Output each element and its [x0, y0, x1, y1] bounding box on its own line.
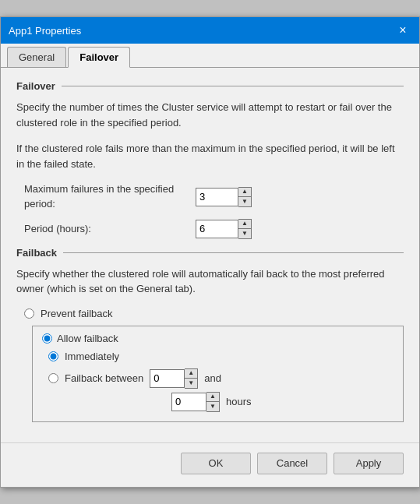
failover-description2: If the clustered role fails more than th… [16, 141, 404, 171]
ok-button[interactable]: OK [181, 453, 251, 474]
tab-bar: General Failover [1, 44, 419, 68]
close-button[interactable]: × [394, 22, 411, 39]
prevent-failback-label: Prevent failback [41, 308, 113, 319]
failback-description: Specify whether the clustered role will … [16, 266, 404, 297]
failback-from-buttons: ▲ ▼ [185, 368, 198, 389]
allow-failback-radio[interactable] [42, 333, 52, 344]
failback-between-label: Failback between [65, 372, 143, 384]
apply-button[interactable]: Apply [334, 453, 404, 474]
max-failures-input[interactable] [196, 188, 238, 206]
tab-failover-label: Failover [79, 51, 118, 63]
failback-between-option: Failback between ▲ ▼ [48, 368, 394, 389]
failover-section-label: Failover [16, 80, 55, 92]
period-up-button[interactable]: ▲ [238, 220, 251, 229]
hours-label: hours [226, 396, 252, 407]
immediately-radio[interactable] [48, 351, 58, 361]
allow-failback-container: Allow failback Immediately Fail [24, 326, 404, 422]
prevent-failback-option[interactable]: Prevent failback [24, 308, 404, 319]
cancel-button[interactable]: Cancel [257, 453, 327, 474]
failback-from-up[interactable]: ▲ [185, 369, 197, 379]
failback-to-up[interactable]: ▲ [206, 393, 219, 402]
failover-divider [62, 86, 404, 86]
title-bar: App1 Properties × [1, 17, 419, 44]
max-failures-row: Maximum failures in the specified period… [16, 182, 404, 210]
allow-failback-label: Allow failback [57, 333, 118, 344]
failback-section-label: Failback [16, 247, 57, 259]
immediately-label: Immediately [65, 351, 119, 362]
max-failures-up-button[interactable]: ▲ [238, 188, 251, 197]
period-spinner-buttons: ▲ ▼ [238, 219, 252, 239]
period-spinner: ▲ ▼ [196, 219, 252, 239]
tab-failover[interactable]: Failover [68, 47, 130, 68]
allow-failback-legend: Allow failback [42, 333, 394, 344]
immediately-option[interactable]: Immediately [48, 351, 394, 362]
failback-from-down[interactable]: ▼ [185, 379, 197, 388]
failback-to-row: ▲ ▼ hours [48, 392, 394, 412]
prevent-failback-radio[interactable] [24, 308, 34, 319]
failback-section: Failback Specify whether the clustered r… [16, 247, 404, 422]
failback-from-spinner: ▲ ▼ [150, 368, 198, 389]
failover-section-header: Failover [16, 80, 404, 92]
allow-failback-group: Allow failback Immediately Fail [32, 326, 404, 422]
failback-between-row: ▲ ▼ and [150, 368, 221, 389]
dialog: App1 Properties × General Failover Failo… [0, 16, 420, 487]
tab-general-label: General [19, 51, 55, 63]
period-label: Period (hours): [24, 222, 196, 236]
failback-to-down[interactable]: ▼ [206, 402, 219, 411]
failback-section-header: Failback [16, 247, 404, 259]
failback-to-buttons: ▲ ▼ [206, 392, 220, 412]
failback-from-input[interactable] [150, 369, 185, 388]
failback-radio-group: Prevent failback Allow failback [16, 308, 404, 422]
tab-general[interactable]: General [7, 47, 66, 67]
allow-failback-inner: Immediately Failback between [42, 351, 394, 412]
max-failures-spinner: ▲ ▼ [196, 187, 252, 207]
failover-description1: Specify the number of times the Cluster … [16, 100, 404, 130]
max-failures-label: Maximum failures in the specified period… [24, 182, 196, 210]
max-failures-spinner-buttons: ▲ ▼ [238, 187, 252, 207]
dialog-title: App1 Properties [9, 25, 81, 37]
failback-divider [63, 252, 404, 253]
failback-to-input[interactable] [171, 393, 206, 411]
period-row: Period (hours): ▲ ▼ [16, 219, 404, 239]
max-failures-down-button[interactable]: ▼ [238, 197, 251, 206]
tab-content: Failover Specify the number of times the… [1, 68, 419, 434]
button-bar: OK Cancel Apply [1, 442, 419, 487]
and-label: and [204, 372, 221, 384]
failback-to-spinner: ▲ ▼ [171, 392, 220, 412]
failback-between-radio[interactable] [48, 373, 58, 383]
period-input[interactable] [196, 220, 238, 238]
period-down-button[interactable]: ▼ [238, 229, 251, 238]
